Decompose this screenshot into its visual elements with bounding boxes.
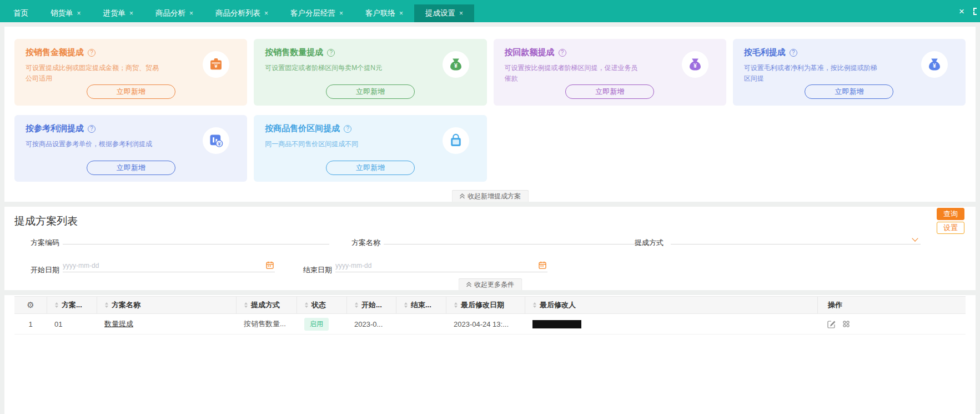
tab-product-analysis-list[interactable]: 商品分析列表 × xyxy=(204,4,279,22)
end-date-input[interactable] xyxy=(335,259,547,272)
plan-code-input-wrap xyxy=(63,231,329,245)
fullscreen-icon[interactable] xyxy=(973,8,980,15)
col-modified-by[interactable]: 最后修改人 xyxy=(525,297,817,313)
tab-close-icon[interactable]: × xyxy=(339,4,343,22)
card-title: 按销售金额提成 ? xyxy=(26,47,236,58)
tab-commission-settings[interactable]: 提成设置 × xyxy=(414,4,474,22)
tab-home[interactable]: 首页 xyxy=(2,4,39,22)
card-title: 按回款额提成 ? xyxy=(505,47,715,58)
plan-code-input[interactable] xyxy=(63,231,329,244)
card-description: 可设置毛利或者净利为基准，按比例提或阶梯区间提 xyxy=(744,63,880,83)
money-bag-icon: ¥ xyxy=(921,51,948,78)
settings-button[interactable]: 设置 xyxy=(937,222,964,234)
tab-purchase-order[interactable]: 进货单 × xyxy=(92,4,145,22)
plan-name-input[interactable] xyxy=(384,231,650,244)
calendar-icon[interactable] xyxy=(539,261,546,271)
status-cell: 启用 xyxy=(296,314,346,334)
sort-icon[interactable] xyxy=(105,302,108,308)
double-chevron-up-icon xyxy=(459,193,465,199)
tab-close-icon[interactable]: × xyxy=(264,4,268,22)
commission-method-label: 提成方式 xyxy=(635,238,664,248)
help-icon[interactable]: ? xyxy=(327,49,335,57)
sort-icon[interactable] xyxy=(454,302,458,308)
help-icon[interactable]: ? xyxy=(790,49,797,57)
money-bag-icon: ¥ xyxy=(443,51,469,78)
calendar-icon[interactable] xyxy=(266,261,274,271)
start-date-input-wrap xyxy=(63,259,275,272)
gear-icon[interactable]: ⚙ xyxy=(27,300,34,310)
start-date-label: 开始日期 xyxy=(31,265,59,275)
card-title: 按销售数量提成 ? xyxy=(265,47,475,58)
tab-customer-tiering[interactable]: 客户分层经营 × xyxy=(279,4,354,22)
edit-icon[interactable] xyxy=(827,320,836,328)
add-now-button[interactable]: 立即新增 xyxy=(87,161,175,175)
svg-text:¥: ¥ xyxy=(454,62,458,69)
plan-list-filter-panel: 提成方案列表 方案编码 方案名称 提成方式 查询 设置 开始日期 结束日期 xyxy=(4,207,976,290)
col-status[interactable]: 状态 xyxy=(296,297,346,313)
plan-name-link[interactable]: 数量提成 xyxy=(104,319,133,329)
help-icon[interactable]: ? xyxy=(88,125,96,133)
chevron-down-icon xyxy=(912,235,918,241)
add-now-button[interactable]: 立即新增 xyxy=(87,84,175,99)
add-now-button[interactable]: 立即新增 xyxy=(565,84,654,99)
status-badge: 启用 xyxy=(304,318,329,331)
col-plan-code[interactable]: 方案... xyxy=(47,297,97,313)
card-title: 按毛利提成 ? xyxy=(744,47,954,58)
card-gross-profit-commission: 按毛利提成 ? 可设置毛利或者净利为基准，按比例提或阶梯区间提 ¥ 立即新增 xyxy=(733,39,966,106)
sort-icon[interactable] xyxy=(244,302,248,308)
sort-icon[interactable] xyxy=(355,302,358,308)
card-price-range-commission: 按商品售价区间提成 ? 同一商品不同售价区间提成不同 立即新增 xyxy=(254,115,486,182)
close-icon[interactable]: × xyxy=(959,7,964,16)
query-button[interactable]: 查询 xyxy=(937,208,964,220)
card-description: 可按商品设置参考单价，根据参考利润提成 xyxy=(26,139,162,149)
plan-code-label: 方案编码 xyxy=(31,238,59,248)
start-date-input[interactable] xyxy=(63,259,275,272)
collapse-new-plans-toggle[interactable]: 收起新增提成方案 xyxy=(451,190,529,202)
tab-sales-order[interactable]: 销货单 × xyxy=(39,4,92,22)
col-method[interactable]: 提成方式 xyxy=(236,297,296,313)
help-icon[interactable]: ? xyxy=(88,49,96,57)
top-tab-bar: 首页 销货单 × 进货单 × 商品分析 × 商品分析列表 × 客户分层经营 × … xyxy=(0,0,980,22)
help-icon[interactable]: ? xyxy=(344,125,351,133)
modified-by-cell xyxy=(525,314,817,334)
col-modified-date[interactable]: 最后修改日期 xyxy=(446,297,525,313)
tab-close-icon[interactable]: × xyxy=(399,4,403,22)
collapse-more-filters-toggle[interactable]: 收起更多条件 xyxy=(458,278,522,290)
tab-customer-contact[interactable]: 客户联络 × xyxy=(354,4,414,22)
sort-icon[interactable] xyxy=(305,302,308,308)
card-title: 按商品售价区间提成 ? xyxy=(265,123,475,134)
sort-icon[interactable] xyxy=(533,302,536,308)
tab-label: 提成设置 xyxy=(425,4,455,22)
col-plan-name[interactable]: 方案名称 xyxy=(97,297,236,313)
sort-icon[interactable] xyxy=(55,302,58,308)
plan-table-panel: ⚙ 方案... 方案名称 提成方式 状态 开始... xyxy=(4,295,976,414)
row-index: 1 xyxy=(14,314,47,334)
plan-name-input-wrap xyxy=(384,231,650,245)
help-icon[interactable]: ? xyxy=(559,49,566,57)
cards-grid: 按销售金额提成 ? 可设置提成比例或固定提成金额；商贸、贸易公司适用 ¥ 立即新… xyxy=(4,27,976,182)
sort-icon[interactable] xyxy=(404,302,408,308)
tab-label: 销货单 xyxy=(51,4,73,22)
col-end-date[interactable]: 结束... xyxy=(396,297,446,313)
tab-label: 商品分析 xyxy=(155,4,185,22)
plan-code-cell: 01 xyxy=(47,314,97,334)
commission-method-select[interactable] xyxy=(671,231,921,245)
actions-cell xyxy=(817,314,966,334)
tab-close-icon[interactable]: × xyxy=(129,4,133,22)
card-description: 可设置提成比例或固定提成金额；商贸、贸易公司适用 xyxy=(26,63,162,83)
add-now-button[interactable]: 立即新增 xyxy=(326,84,415,99)
add-now-button[interactable]: 立即新增 xyxy=(805,84,893,99)
svg-text:¥: ¥ xyxy=(218,141,221,147)
card-description: 可设置固定或者阶梯区间每卖M个提N元 xyxy=(265,63,401,73)
tab-label: 客户分层经营 xyxy=(290,4,335,22)
end-date-label: 结束日期 xyxy=(303,265,332,275)
col-start-date[interactable]: 开始... xyxy=(346,297,396,313)
tab-close-icon[interactable]: × xyxy=(459,4,463,22)
tab-product-analysis[interactable]: 商品分析 × xyxy=(144,4,204,22)
tab-close-icon[interactable]: × xyxy=(77,4,81,22)
tab-label: 商品分析列表 xyxy=(215,4,260,22)
add-now-button[interactable]: 立即新增 xyxy=(326,161,415,175)
grid-more-icon[interactable] xyxy=(842,320,850,328)
tab-close-icon[interactable]: × xyxy=(189,4,193,22)
shopping-bag-icon xyxy=(443,127,469,154)
